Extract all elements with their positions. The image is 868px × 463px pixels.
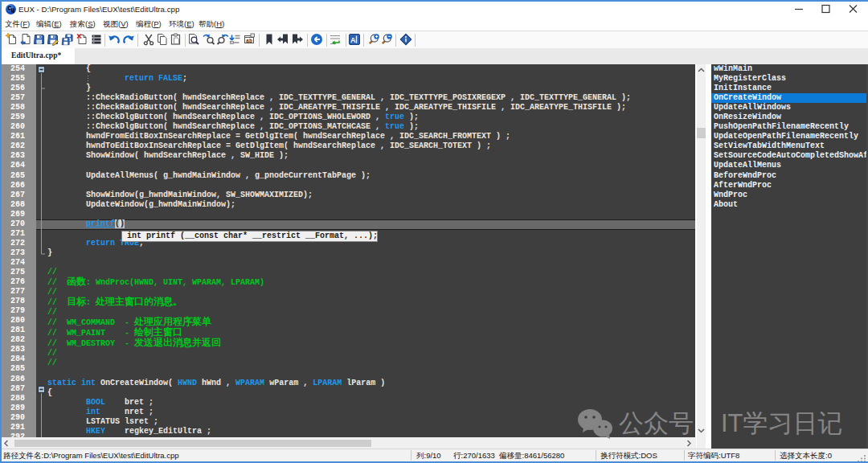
svg-text:A: A (350, 36, 356, 44)
svg-text:ab: ab (246, 39, 252, 44)
